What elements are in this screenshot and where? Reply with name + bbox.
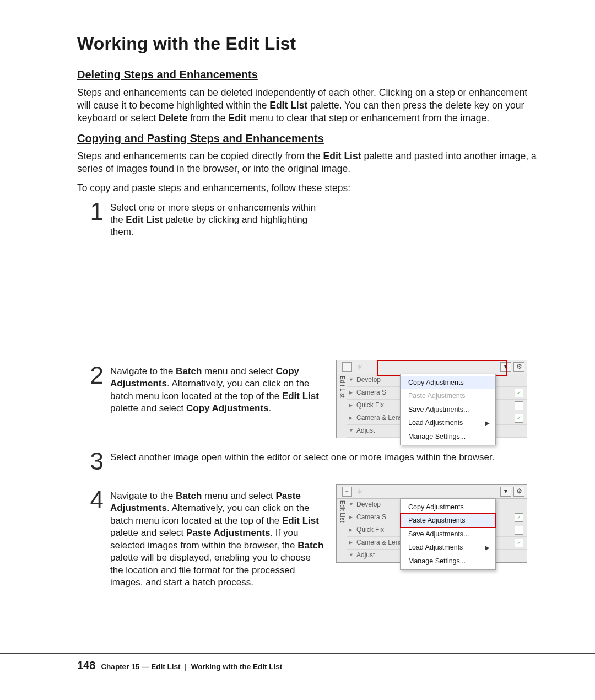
menu-load-adjustments[interactable]: Load Adjustments▶ <box>401 416 495 430</box>
checkbox-icon[interactable] <box>515 526 523 535</box>
dropdown-button[interactable]: ▾ <box>500 362 511 372</box>
step-1: 1 Select one or more steps or enhancemen… <box>88 202 540 239</box>
collapse-icon[interactable]: − <box>342 362 352 372</box>
submenu-arrow-icon: ▶ <box>485 419 490 427</box>
step-1-number: 1 <box>88 200 104 224</box>
section-copying-paragraph-2: To copy and paste steps and enhancements… <box>77 182 540 195</box>
section-deleting-paragraph: Steps and enhancements can be deleted in… <box>77 87 540 125</box>
menu-copy-adjustments[interactable]: Copy Adjustments <box>401 376 495 390</box>
step-1-body: Select one or more steps or enhancements… <box>110 202 328 239</box>
collapse-icon[interactable]: − <box>342 487 352 497</box>
step-2-body: Navigate to the Batch menu and select Co… <box>110 365 325 415</box>
menu-paste-adjustments[interactable]: Paste Adjustments <box>401 514 495 527</box>
batch-dropdown-menu: Copy Adjustments Paste Adjustments Save … <box>400 498 496 570</box>
step-3-number: 3 <box>88 449 104 473</box>
checkbox-icon[interactable]: ✓ <box>515 513 523 522</box>
submenu-arrow-icon: ▶ <box>485 544 490 551</box>
menu-save-adjustments[interactable]: Save Adjustments... <box>401 527 495 541</box>
edit-list-palette-paste: − ✶ ▾ ⚙ Edit List ▼Develop ▶Camera S✓ ▶Q… <box>336 484 527 563</box>
star-icon: ✶ <box>354 487 365 497</box>
section-deleting-heading: Deleting Steps and Enhancements <box>77 67 540 82</box>
menu-manage-settings[interactable]: Manage Settings... <box>401 554 495 568</box>
checkbox-icon[interactable]: ✓ <box>515 389 523 397</box>
menu-save-adjustments[interactable]: Save Adjustments... <box>401 403 495 417</box>
menu-copy-adjustments[interactable]: Copy Adjustments <box>401 500 495 514</box>
menu-paste-adjustments: Paste Adjustments <box>401 389 495 403</box>
step-4: 4 Navigate to the Batch menu and select … <box>88 490 325 589</box>
section-copying-heading: Copying and Pasting Steps and Enhancemen… <box>77 131 540 146</box>
section-copying-paragraph-1: Steps and enhancements can be copied dir… <box>77 150 540 175</box>
step-3: 3 Select another image open within the e… <box>88 451 540 473</box>
page-footer: 148 Chapter 15 — Edit List | Working wit… <box>0 653 595 672</box>
step-4-body: Navigate to the Batch menu and select Pa… <box>110 490 325 589</box>
step-4-number: 4 <box>88 488 104 512</box>
page-number: 148 <box>77 658 95 672</box>
dropdown-button[interactable]: ▾ <box>500 487 511 497</box>
batch-dropdown-menu: Copy Adjustments Paste Adjustments Save … <box>400 374 496 446</box>
checkbox-icon[interactable]: ✓ <box>515 414 523 423</box>
gear-icon[interactable]: ⚙ <box>513 362 524 372</box>
gear-icon[interactable]: ⚙ <box>513 487 524 497</box>
menu-load-adjustments[interactable]: Load Adjustments▶ <box>401 541 495 554</box>
edit-list-palette-copy: − ✶ ▾ ⚙ Edit List ▼Develop ▶Camera S✓ ▶Q… <box>336 360 527 438</box>
footer-chapter: Chapter 15 — Edit List <box>101 663 180 671</box>
page-title: Working with the Edit List <box>77 32 540 55</box>
step-2: 2 Navigate to the Batch menu and select … <box>88 365 325 415</box>
step-3-body: Select another image open within the edi… <box>110 451 540 464</box>
checkbox-icon[interactable] <box>515 401 523 410</box>
step-2-number: 2 <box>88 363 104 387</box>
star-icon: ✶ <box>354 362 365 372</box>
menu-manage-settings[interactable]: Manage Settings... <box>401 430 495 444</box>
footer-section: Working with the Edit List <box>191 663 283 671</box>
checkbox-icon[interactable]: ✓ <box>515 539 523 547</box>
